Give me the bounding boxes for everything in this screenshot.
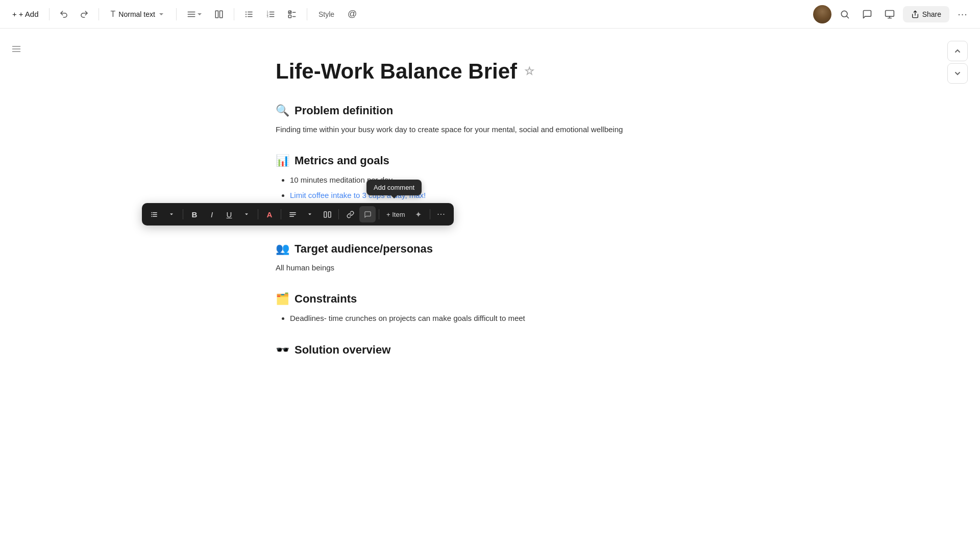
divider-5: [307, 8, 307, 20]
problem-icon: 🔍: [276, 104, 289, 117]
audience-icon: 👥: [276, 242, 289, 256]
section-heading-problem: 🔍 Problem definition: [276, 104, 745, 117]
ft-ai-button[interactable]: ✦: [410, 206, 427, 222]
nav-down-button[interactable]: [947, 63, 968, 84]
section-heading-audience: 👥 Target audience/personas: [276, 242, 745, 256]
ft-comment-button[interactable]: [359, 206, 376, 222]
add-label: + Add: [19, 10, 39, 18]
section-problem: 🔍 Problem definition Finding time within…: [276, 104, 745, 136]
metrics-bullet-list: 10 minutes meditation per day Limit coff…: [276, 173, 745, 202]
bullet-list-button[interactable]: [240, 6, 258, 23]
text-type-selector[interactable]: T Normal text: [105, 7, 170, 22]
main-toolbar: + + Add T Normal text 1.2.3. Style: [0, 0, 980, 29]
ft-link-button[interactable]: [342, 206, 358, 222]
svg-point-8: [246, 11, 247, 12]
section-constraints: 🗂️ Constraints Deadlines- time crunches …: [276, 292, 745, 325]
constraints-bullet-list: Deadlines- time crunches on projects can…: [276, 312, 745, 325]
constraints-icon: 🗂️: [276, 292, 289, 306]
section-heading-constraints: 🗂️ Constraints: [276, 292, 745, 306]
ft-columns-button[interactable]: [319, 206, 335, 222]
ft-list-arrow-button[interactable]: [163, 206, 180, 222]
document-title: Life-Work Balance Brief ☆: [276, 59, 745, 84]
search-button[interactable]: [836, 5, 854, 23]
divider-3: [176, 8, 177, 20]
svg-point-34: [151, 214, 152, 215]
ft-underline-arrow-button[interactable]: [238, 206, 255, 222]
svg-point-9: [246, 13, 247, 14]
ft-bold-button[interactable]: B: [186, 206, 203, 222]
ft-more-button[interactable]: ···: [433, 206, 450, 222]
ft-add-item-button[interactable]: + Item: [382, 209, 409, 220]
section-solution: 🕶️ Solution overview: [276, 343, 745, 357]
svg-point-35: [151, 216, 152, 217]
svg-point-33: [151, 212, 152, 213]
ft-divider-6: [430, 209, 430, 219]
list-item-highlighted: Limit coffee intake to 3 cups a day, max…: [290, 189, 745, 202]
avatar-image: [813, 5, 831, 23]
redo-button[interactable]: [76, 6, 92, 22]
solution-heading-text: Solution overview: [295, 343, 390, 357]
divider-4: [234, 8, 234, 20]
undo-button[interactable]: [56, 6, 72, 22]
user-avatar[interactable]: [813, 5, 831, 23]
text-type-label: Normal text: [118, 10, 155, 18]
ft-divider-4: [338, 209, 339, 219]
ft-align-button[interactable]: [284, 206, 301, 222]
floating-format-toolbar: B I U A + Item ✦ ···: [142, 203, 454, 226]
section-heading-solution: 🕶️ Solution overview: [276, 343, 745, 357]
list-item: 10 minutes meditation per day: [290, 173, 745, 187]
ft-divider-3: [281, 209, 281, 219]
tooltip-text: Add comment: [374, 184, 414, 191]
constraints-heading-text: Constraints: [295, 292, 357, 306]
at-mention-button[interactable]: @: [344, 6, 361, 23]
ft-underline-button[interactable]: U: [221, 206, 237, 222]
checkbox-list-button[interactable]: [283, 6, 301, 23]
share-button[interactable]: Share: [903, 6, 949, 22]
svg-rect-39: [324, 211, 326, 217]
section-audience: 👥 Target audience/personas All human bei…: [276, 242, 745, 274]
share-label: Share: [922, 10, 941, 18]
audience-body: All human beings: [276, 262, 745, 274]
at-label: @: [348, 9, 357, 19]
numbered-list-button[interactable]: 1.2.3.: [262, 6, 279, 23]
svg-rect-40: [328, 211, 331, 217]
toolbar-right: Share ···: [813, 5, 972, 23]
columns-button[interactable]: [210, 6, 228, 23]
divider-2: [99, 8, 99, 20]
nav-up-button[interactable]: [947, 41, 968, 61]
present-button[interactable]: [880, 5, 899, 23]
ft-divider-2: [258, 209, 258, 219]
list-item: Deadlines- time crunches on projects can…: [290, 312, 745, 325]
add-comment-tooltip: Add comment: [366, 180, 422, 195]
ft-divider-1: [183, 209, 183, 219]
svg-rect-3: [215, 11, 218, 18]
svg-point-21: [841, 11, 847, 17]
section-metrics: 📊 Metrics and goals 10 minutes meditatio…: [276, 154, 745, 202]
solution-icon: 🕶️: [276, 343, 289, 357]
ft-text-color-button[interactable]: A: [261, 206, 278, 222]
metrics-icon: 📊: [276, 154, 289, 167]
svg-text:3.: 3.: [266, 15, 268, 18]
svg-line-22: [847, 16, 849, 18]
more-options-button[interactable]: ···: [953, 5, 972, 23]
navigation-arrows: [947, 41, 968, 84]
problem-heading-text: Problem definition: [295, 104, 393, 117]
ft-align-arrow-button[interactable]: [302, 206, 318, 222]
problem-body: Finding time within your busy work day t…: [276, 123, 745, 136]
comment-button[interactable]: [858, 5, 876, 23]
divider-1: [49, 8, 50, 20]
add-button[interactable]: + + Add: [8, 7, 43, 21]
favorite-star-icon[interactable]: ☆: [524, 65, 534, 78]
svg-rect-23: [885, 10, 894, 16]
ft-italic-button[interactable]: I: [204, 206, 220, 222]
style-button[interactable]: Style: [313, 8, 339, 21]
sidebar-toggle-button[interactable]: [8, 41, 24, 57]
style-label: Style: [318, 10, 334, 18]
svg-rect-4: [219, 11, 222, 18]
metrics-heading-text: Metrics and goals: [295, 154, 389, 167]
align-button[interactable]: [183, 7, 206, 21]
ft-list-button[interactable]: [146, 206, 162, 222]
audience-heading-text: Target audience/personas: [295, 242, 433, 256]
section-heading-metrics: 📊 Metrics and goals: [276, 154, 745, 167]
plus-icon: +: [12, 10, 17, 18]
